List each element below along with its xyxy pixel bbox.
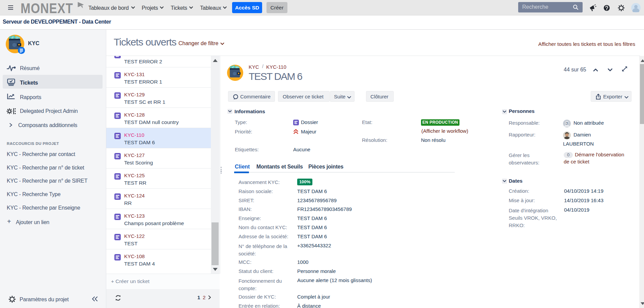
svg-text:?: ? [566, 121, 568, 126]
svg-text:MONEXT: MONEXT [21, 0, 73, 16]
